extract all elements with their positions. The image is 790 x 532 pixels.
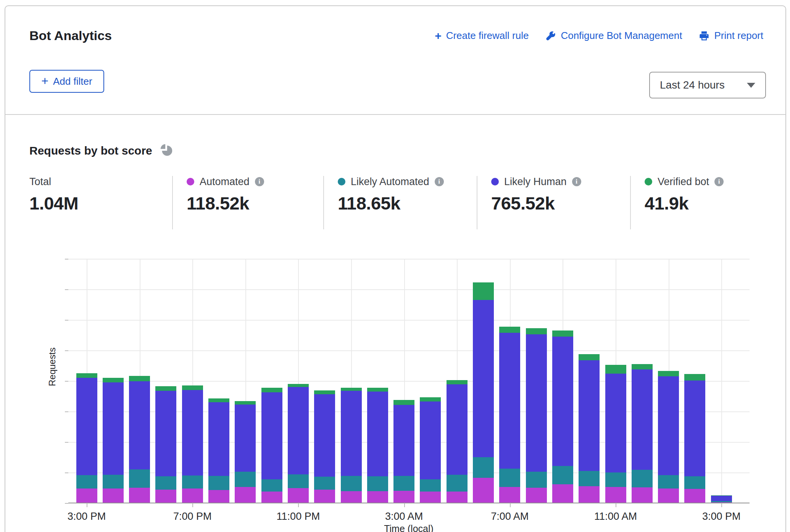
bar-11-00-pm[interactable] bbox=[288, 384, 309, 503]
bar-segment-likely-automated[interactable] bbox=[129, 469, 150, 488]
bar-segment-verified-bot[interactable] bbox=[182, 385, 203, 390]
bar-segment-likely-automated[interactable] bbox=[552, 466, 573, 484]
bar-segment-likely-human[interactable] bbox=[632, 369, 653, 469]
bar-12-00-am[interactable] bbox=[314, 390, 335, 503]
bar-segment-likely-human[interactable] bbox=[684, 380, 705, 476]
bar-segment-automated[interactable] bbox=[314, 490, 335, 503]
bar-segment-likely-human[interactable] bbox=[473, 300, 494, 457]
bar-segment-automated[interactable] bbox=[393, 491, 414, 503]
time-range-select[interactable]: Last 24 hours bbox=[649, 72, 766, 98]
bar-segment-likely-automated[interactable] bbox=[499, 469, 520, 487]
bar-segment-automated[interactable] bbox=[129, 488, 150, 503]
bar-4-00-pm[interactable] bbox=[103, 378, 124, 503]
bar-segment-automated[interactable] bbox=[261, 492, 282, 503]
bar-segment-automated[interactable] bbox=[684, 489, 705, 503]
bar-segment-verified-bot[interactable] bbox=[420, 397, 441, 401]
bar-segment-likely-automated[interactable] bbox=[420, 479, 441, 492]
bar-segment-verified-bot[interactable] bbox=[658, 371, 679, 376]
info-icon[interactable]: i bbox=[435, 177, 444, 186]
info-icon[interactable]: i bbox=[255, 177, 264, 186]
bar-segment-likely-human[interactable] bbox=[314, 394, 335, 477]
add-filter-button[interactable]: + Add filter bbox=[29, 70, 104, 93]
bar-segment-verified-bot[interactable] bbox=[261, 388, 282, 392]
bar-segment-automated[interactable] bbox=[473, 478, 494, 503]
bar-segment-verified-bot[interactable] bbox=[447, 380, 468, 384]
bar-segment-verified-bot[interactable] bbox=[208, 398, 229, 402]
bar-6-00-pm[interactable] bbox=[155, 386, 176, 503]
bar-segment-likely-human[interactable] bbox=[499, 333, 520, 469]
bar-segment-likely-human[interactable] bbox=[605, 374, 626, 472]
info-icon[interactable]: i bbox=[714, 177, 724, 186]
bar-segment-automated[interactable] bbox=[103, 488, 124, 503]
bar-10-00-pm[interactable] bbox=[261, 388, 282, 503]
bar-segment-verified-bot[interactable] bbox=[526, 328, 547, 334]
bar-segment-automated[interactable] bbox=[182, 488, 203, 503]
bar-6-00-am[interactable] bbox=[473, 282, 494, 503]
bar-segment-likely-automated[interactable] bbox=[182, 476, 203, 488]
bar-segment-verified-bot[interactable] bbox=[103, 378, 124, 382]
bar-segment-likely-human[interactable] bbox=[658, 376, 679, 475]
bar-segment-automated[interactable] bbox=[367, 491, 388, 503]
bar-12-00-pm[interactable] bbox=[632, 364, 653, 503]
bar-4-00-am[interactable] bbox=[420, 397, 441, 503]
bar-segment-automated[interactable] bbox=[155, 490, 176, 503]
bar-8-00-am[interactable] bbox=[526, 328, 547, 503]
bar-segment-likely-automated[interactable] bbox=[76, 475, 97, 488]
bar-segment-likely-human[interactable] bbox=[367, 392, 388, 476]
bar-segment-likely-human[interactable] bbox=[447, 384, 468, 475]
bar-segment-likely-human[interactable] bbox=[579, 360, 600, 471]
bar-segment-automated[interactable] bbox=[447, 492, 468, 503]
bar-segment-automated[interactable] bbox=[208, 490, 229, 503]
bar-7-00-am[interactable] bbox=[499, 327, 520, 503]
bar-segment-likely-automated[interactable] bbox=[711, 501, 732, 502]
bar-5-00-am[interactable] bbox=[447, 380, 468, 503]
bar-10-00-am[interactable] bbox=[579, 354, 600, 503]
bar-segment-likely-automated[interactable] bbox=[447, 475, 468, 491]
bar-1-00-pm[interactable] bbox=[658, 371, 679, 503]
bar-segment-verified-bot[interactable] bbox=[684, 374, 705, 380]
bar-segment-verified-bot[interactable] bbox=[499, 327, 520, 333]
bar-segment-likely-automated[interactable] bbox=[261, 479, 282, 492]
bar-segment-likely-automated[interactable] bbox=[208, 476, 229, 490]
bar-segment-likely-human[interactable] bbox=[182, 390, 203, 476]
print-report-link[interactable]: Print report bbox=[699, 30, 763, 42]
configure-bot-management-link[interactable]: Configure Bot Management bbox=[545, 30, 682, 42]
bar-3-00-pm[interactable] bbox=[711, 495, 732, 503]
bar-3-00-am[interactable] bbox=[393, 400, 414, 503]
bar-segment-likely-automated[interactable] bbox=[393, 476, 414, 491]
bar-segment-likely-human[interactable] bbox=[711, 496, 732, 501]
bar-segment-automated[interactable] bbox=[526, 488, 547, 503]
bar-segment-likely-human[interactable] bbox=[208, 402, 229, 476]
bar-segment-verified-bot[interactable] bbox=[605, 365, 626, 374]
info-icon[interactable]: i bbox=[572, 177, 581, 186]
bar-segment-automated[interactable] bbox=[499, 487, 520, 503]
bar-segment-likely-automated[interactable] bbox=[155, 476, 176, 490]
bar-segment-likely-human[interactable] bbox=[526, 334, 547, 472]
bar-segment-automated[interactable] bbox=[235, 487, 256, 503]
bar-segment-automated[interactable] bbox=[632, 487, 653, 503]
bar-segment-automated[interactable] bbox=[341, 491, 362, 503]
bar-segment-verified-bot[interactable] bbox=[393, 400, 414, 405]
bar-segment-likely-human[interactable] bbox=[393, 405, 414, 476]
bar-segment-likely-human[interactable] bbox=[103, 382, 124, 475]
bar-segment-verified-bot[interactable] bbox=[341, 388, 362, 391]
bar-segment-automated[interactable] bbox=[288, 488, 309, 503]
bar-segment-likely-automated[interactable] bbox=[579, 471, 600, 486]
bar-segment-verified-bot[interactable] bbox=[552, 330, 573, 337]
bar-segment-verified-bot[interactable] bbox=[288, 384, 309, 387]
bar-segment-likely-automated[interactable] bbox=[314, 477, 335, 490]
bar-segment-verified-bot[interactable] bbox=[314, 390, 335, 394]
bar-segment-automated[interactable] bbox=[658, 488, 679, 503]
bar-segment-verified-bot[interactable] bbox=[632, 364, 653, 369]
bar-segment-verified-bot[interactable] bbox=[367, 388, 388, 392]
bar-segment-likely-automated[interactable] bbox=[632, 470, 653, 487]
bar-segment-likely-human[interactable] bbox=[235, 405, 256, 472]
bar-segment-likely-automated[interactable] bbox=[103, 475, 124, 488]
bar-segment-likely-automated[interactable] bbox=[605, 472, 626, 487]
bar-segment-likely-automated[interactable] bbox=[288, 474, 309, 488]
bar-9-00-am[interactable] bbox=[552, 330, 573, 503]
bar-segment-automated[interactable] bbox=[76, 488, 97, 503]
bar-segment-verified-bot[interactable] bbox=[235, 401, 256, 405]
bar-segment-verified-bot[interactable] bbox=[579, 354, 600, 360]
create-firewall-rule-link[interactable]: + Create firewall rule bbox=[435, 30, 529, 42]
